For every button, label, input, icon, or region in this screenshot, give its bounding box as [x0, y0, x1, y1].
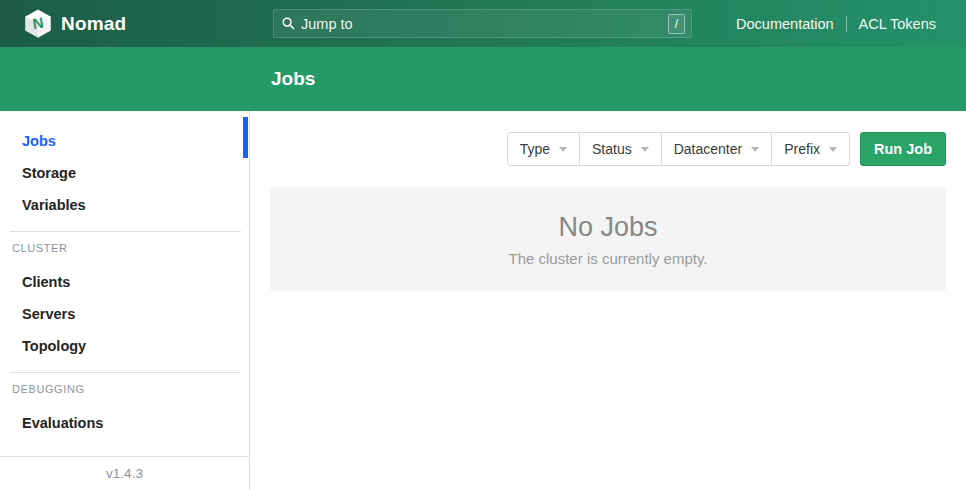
- page-header: Jobs: [0, 47, 966, 111]
- link-divider: [846, 16, 847, 32]
- chevron-down-icon: [829, 147, 837, 152]
- filter-datacenter-label: Datacenter: [674, 141, 742, 157]
- chevron-down-icon: [641, 147, 649, 152]
- search-input[interactable]: [301, 16, 668, 32]
- filter-type-label: Type: [520, 141, 550, 157]
- sidebar-item-clients[interactable]: Clients: [0, 266, 249, 298]
- sidebar: Jobs Storage Variables CLUSTER Clients S…: [0, 111, 250, 490]
- empty-state-title: No Jobs: [558, 212, 657, 243]
- page-title: Jobs: [271, 68, 315, 90]
- layout: Jobs Storage Variables CLUSTER Clients S…: [0, 111, 966, 490]
- documentation-link[interactable]: Documentation: [736, 16, 834, 32]
- filter-status-dropdown[interactable]: Status: [580, 133, 662, 165]
- nomad-logo-icon: N: [25, 9, 51, 38]
- nomad-app: N Nomad / Documentation ACL Tokens Jobs …: [0, 0, 966, 490]
- sidebar-item-topology[interactable]: Topology: [0, 330, 249, 362]
- jobs-toolbar: Type Status Datacenter Prefix: [270, 132, 946, 166]
- sidebar-item-servers[interactable]: Servers: [0, 298, 249, 330]
- filter-type-dropdown[interactable]: Type: [508, 133, 580, 165]
- filter-status-label: Status: [592, 141, 632, 157]
- empty-state-message: The cluster is currently empty.: [509, 250, 708, 267]
- empty-state: No Jobs The cluster is currently empty.: [270, 187, 946, 291]
- search-icon: [282, 17, 295, 30]
- filter-prefix-dropdown[interactable]: Prefix: [772, 133, 849, 165]
- active-indicator: [243, 117, 248, 158]
- sidebar-cluster-nav: Clients Servers Topology: [0, 266, 249, 362]
- version-label: v1.4.3: [0, 456, 249, 490]
- sidebar-item-evaluations[interactable]: Evaluations: [0, 407, 249, 439]
- brand-name: Nomad: [61, 13, 126, 35]
- filter-datacenter-dropdown[interactable]: Datacenter: [662, 133, 772, 165]
- chevron-down-icon: [559, 147, 567, 152]
- sidebar-primary-nav: Jobs Storage Variables: [0, 125, 249, 221]
- sidebar-divider: [10, 372, 241, 373]
- sidebar-item-storage[interactable]: Storage: [0, 157, 249, 189]
- navbar-links: Documentation ACL Tokens: [736, 16, 936, 32]
- acl-tokens-link[interactable]: ACL Tokens: [859, 16, 936, 32]
- cluster-section-label: CLUSTER: [0, 238, 249, 258]
- chevron-down-icon: [751, 147, 759, 152]
- main-content: Type Status Datacenter Prefix: [250, 111, 966, 490]
- sidebar-debugging-nav: Evaluations: [0, 407, 249, 439]
- slash-shortcut-badge: /: [668, 14, 685, 34]
- jump-to-search[interactable]: /: [273, 9, 692, 38]
- debugging-section-label: DEBUGGING: [0, 379, 249, 399]
- sidebar-item-variables[interactable]: Variables: [0, 189, 249, 221]
- sidebar-divider: [10, 231, 241, 232]
- nomad-brand[interactable]: N Nomad: [25, 9, 126, 38]
- filter-group: Type Status Datacenter Prefix: [507, 132, 850, 166]
- sidebar-item-jobs[interactable]: Jobs: [0, 125, 249, 157]
- filter-prefix-label: Prefix: [784, 141, 820, 157]
- top-navbar: N Nomad / Documentation ACL Tokens: [0, 0, 966, 47]
- run-job-button[interactable]: Run Job: [860, 132, 946, 166]
